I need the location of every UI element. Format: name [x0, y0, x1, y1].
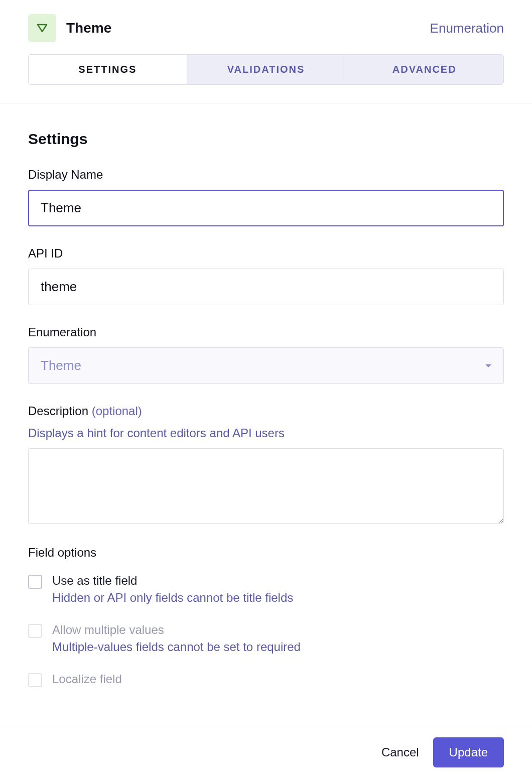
tab-settings[interactable]: SETTINGS: [29, 55, 187, 84]
localize-checkbox: [28, 673, 42, 687]
description-textarea[interactable]: [28, 448, 504, 524]
description-label: Description (optional): [28, 404, 504, 418]
api-id-input[interactable]: [28, 269, 504, 305]
display-name-label: Display Name: [28, 168, 504, 182]
allow-multiple-hint: Multiple-values fields cannot be set to …: [52, 640, 301, 654]
enumeration-icon: [28, 14, 56, 42]
header: Theme Enumeration: [0, 0, 532, 54]
tab-advanced[interactable]: ADVANCED: [345, 55, 503, 84]
cancel-button[interactable]: Cancel: [381, 745, 419, 759]
scroll-area[interactable]: Settings Display Name API ID Enumeration…: [0, 110, 532, 726]
option-use-as-title: Use as title field Hidden or API only fi…: [28, 574, 504, 605]
enumeration-select[interactable]: Theme: [28, 347, 504, 384]
description-group: Description (optional) Displays a hint f…: [28, 404, 504, 526]
update-button[interactable]: Update: [433, 737, 504, 767]
display-name-group: Display Name: [28, 168, 504, 226]
description-hint: Displays a hint for content editors and …: [28, 426, 504, 440]
enumeration-selected: Theme: [41, 358, 81, 373]
options-title: Field options: [28, 546, 504, 560]
api-id-label: API ID: [28, 246, 504, 261]
header-divider: [0, 103, 532, 103]
enumeration-label: Enumeration: [28, 325, 504, 339]
use-as-title-checkbox[interactable]: [28, 575, 42, 589]
allow-multiple-checkbox: [28, 624, 42, 638]
description-optional: (optional): [92, 404, 142, 418]
use-as-title-label: Use as title field: [52, 574, 293, 588]
footer: Cancel Update: [0, 726, 532, 778]
option-allow-multiple: Allow multiple values Multiple-values fi…: [28, 623, 504, 654]
section-title: Settings: [28, 131, 504, 148]
tab-validations[interactable]: VALIDATIONS: [187, 55, 346, 84]
use-as-title-hint: Hidden or API only fields cannot be titl…: [52, 591, 293, 605]
localize-label: Localize field: [52, 672, 122, 686]
header-type-label: Enumeration: [430, 21, 504, 36]
api-id-group: API ID: [28, 246, 504, 305]
enumeration-group: Enumeration Theme: [28, 325, 504, 384]
header-title: Theme: [66, 20, 111, 36]
header-left: Theme: [28, 14, 111, 42]
option-localize: Localize field: [28, 672, 504, 687]
allow-multiple-label: Allow multiple values: [52, 623, 301, 637]
chevron-down-icon: [485, 364, 491, 367]
display-name-input[interactable]: [28, 190, 504, 226]
tabs: SETTINGS VALIDATIONS ADVANCED: [28, 54, 504, 85]
